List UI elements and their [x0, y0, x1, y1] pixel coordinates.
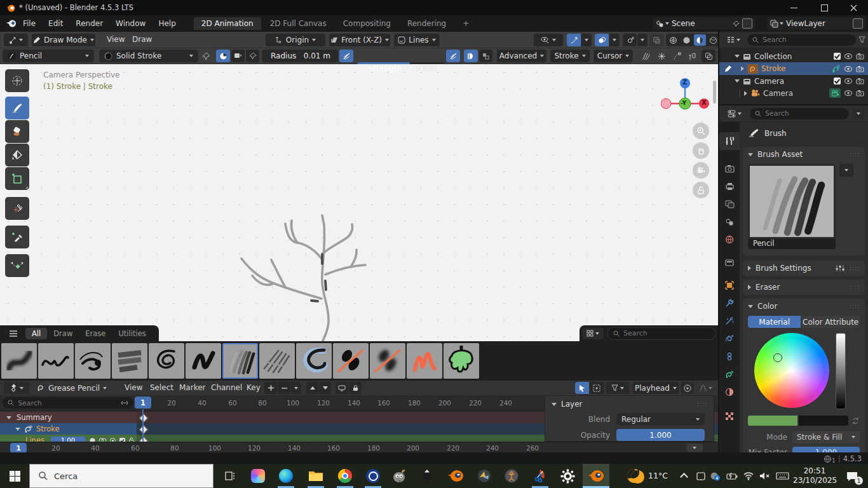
eraser-panel[interactable]: Eraser ::::	[743, 280, 865, 295]
brush-thumb-fill[interactable]	[444, 343, 479, 379]
add-workspace-button[interactable]: +	[455, 17, 477, 30]
guides-toggle[interactable]	[623, 34, 637, 46]
outliner-row-camera-collection[interactable]: Camera	[719, 75, 868, 87]
overlays-dropdown[interactable]	[609, 34, 620, 46]
playhead-snap-dropdown[interactable]: Playhead	[633, 382, 679, 394]
gizmos-toggle[interactable]	[567, 34, 581, 46]
taskbar-app-media-player[interactable]	[364, 467, 382, 485]
new-viewlayer-button[interactable]	[853, 18, 863, 29]
menu-draw[interactable]: Draw	[126, 35, 158, 44]
shelf-tab-utilities[interactable]: Utilities	[112, 328, 152, 339]
tool-fill[interactable]	[5, 144, 29, 166]
lock-button[interactable]	[349, 382, 362, 394]
falloff-dropdown[interactable]	[695, 382, 715, 394]
taskbar-search-box[interactable]: Cerca	[29, 464, 214, 488]
taskbar-app-cut-tool[interactable]	[531, 467, 549, 485]
tool-interpolate[interactable]	[5, 254, 29, 277]
taskbar-app-video-editor[interactable]	[475, 467, 493, 485]
add-keyframe-button[interactable]	[264, 382, 277, 394]
lock-view-button[interactable]	[693, 182, 709, 198]
box-select-tool-button[interactable]	[590, 382, 604, 394]
taskbar-app-inkscape[interactable]	[418, 467, 436, 485]
tray-tablet-icon[interactable]	[694, 470, 708, 482]
screen-space-toggle[interactable]	[231, 50, 245, 62]
pan-view-button[interactable]	[693, 142, 709, 159]
hide-eye-icon[interactable]	[844, 53, 853, 60]
layer-panel-expand-arrow[interactable]	[552, 403, 557, 406]
holdout-channel-icon[interactable]	[109, 437, 116, 442]
render-camera-icon[interactable]	[856, 53, 864, 60]
eraser-expand-arrow[interactable]	[748, 285, 751, 290]
summary-expand-arrow[interactable]	[6, 416, 11, 419]
brush-thumb-smear[interactable]	[296, 343, 332, 379]
menu-file[interactable]: File	[17, 19, 42, 28]
tab-particles[interactable]	[719, 314, 740, 328]
brush-asset-dropdown[interactable]	[839, 164, 853, 177]
asset-shelf-menu-icon[interactable]	[9, 330, 18, 337]
color-source-material-tab[interactable]: Material	[748, 316, 801, 328]
brush-thumb-ink-pen[interactable]	[38, 343, 74, 379]
tool-cutter[interactable]	[5, 197, 29, 220]
panel-drag-dots[interactable]: ::::	[850, 265, 860, 271]
maximize-button[interactable]	[810, 0, 839, 15]
menu-window[interactable]: Window	[109, 19, 152, 28]
shading-material-button[interactable]	[694, 34, 706, 46]
taskbar-app-blender[interactable]	[447, 467, 465, 485]
tray-keyboard-icon[interactable]	[774, 470, 790, 482]
fill-holdout-toggle[interactable]	[479, 50, 492, 62]
taskbar-app-makehuman[interactable]	[503, 467, 520, 485]
workspace-tab-2d-animation[interactable]: 2D Animation	[194, 17, 261, 30]
fill-color-swatch[interactable]	[799, 416, 848, 426]
duplicate-button[interactable]	[702, 50, 715, 62]
blend-mode-dropdown[interactable]: Regular	[616, 413, 705, 425]
tab-world[interactable]	[719, 233, 740, 247]
properties-search-box[interactable]: Search	[750, 108, 849, 119]
mix-factor-slider[interactable]: 1.000	[792, 447, 860, 452]
camera-collection-expand-arrow[interactable]	[735, 79, 740, 83]
tab-texture[interactable]	[719, 409, 740, 423]
invert-filter-icon[interactable]	[121, 400, 128, 405]
brush-thumb-airbrush[interactable]	[1, 343, 37, 379]
tool-erase[interactable]	[5, 120, 29, 143]
object-visibility-dropdown[interactable]	[534, 34, 563, 46]
shading-solid-button[interactable]	[681, 34, 693, 46]
tab-constraints[interactable]	[719, 349, 740, 363]
stroke-expand-arrow[interactable]	[15, 428, 20, 431]
taskbar-app-copilot[interactable]	[249, 467, 267, 485]
tray-battery-icon[interactable]	[724, 470, 740, 482]
shelf-tab-erase[interactable]: Erase	[79, 328, 112, 339]
tab-collection-props[interactable]	[719, 255, 740, 269]
brush-thumb-tint[interactable]	[407, 343, 442, 379]
strength-pressure-toggle[interactable]	[446, 50, 460, 62]
playhead-line[interactable]	[142, 409, 144, 442]
notification-center-button[interactable]: 1	[841, 468, 863, 485]
shelf-search-box[interactable]: Search	[607, 327, 715, 340]
panel-drag-dots[interactable]: ::::	[850, 284, 860, 290]
camera-collection-checkbox[interactable]	[834, 78, 841, 85]
tab-scene[interactable]	[719, 215, 740, 229]
brush-thumb-eraser-soft[interactable]	[370, 343, 405, 379]
xray-toggle[interactable]	[649, 34, 663, 46]
brush-settings-expand-arrow[interactable]	[748, 266, 751, 271]
render-camera-icon[interactable]	[856, 65, 864, 72]
panel-drag-dots[interactable]: ::::	[850, 151, 860, 158]
tab-output[interactable]	[719, 179, 740, 193]
workspace-tab-rendering[interactable]: Rendering	[400, 17, 454, 30]
hide-eye-icon[interactable]	[844, 78, 853, 85]
tab-object[interactable]	[719, 278, 740, 292]
dopesheet-mode-dropdown[interactable]: Grease Pencil	[33, 382, 111, 394]
menu-render[interactable]: Render	[69, 19, 109, 28]
outliner-row-collection[interactable]: Collection	[719, 50, 868, 62]
properties-options-dropdown[interactable]	[852, 108, 865, 119]
mode-dropdown[interactable]: Draw Mode	[32, 34, 95, 46]
channel-checkbox-icon[interactable]	[119, 437, 126, 442]
close-button[interactable]	[839, 0, 868, 15]
gizmos-dropdown[interactable]	[581, 34, 592, 46]
panel-drag-dots[interactable]: ::::	[850, 303, 860, 309]
workspace-tab-compositing[interactable]: Compositing	[336, 17, 398, 30]
viewlayer-selector[interactable]: ViewLayer	[768, 17, 865, 30]
lines-opacity-slider[interactable]: 1.00	[51, 437, 85, 442]
blender-menu-logo-icon[interactable]	[6, 19, 17, 28]
dopesheet-content[interactable]: 20 40 60 80 100 120 140 160 180 200 220 …	[0, 395, 718, 442]
zoom-view-button[interactable]	[693, 123, 709, 139]
